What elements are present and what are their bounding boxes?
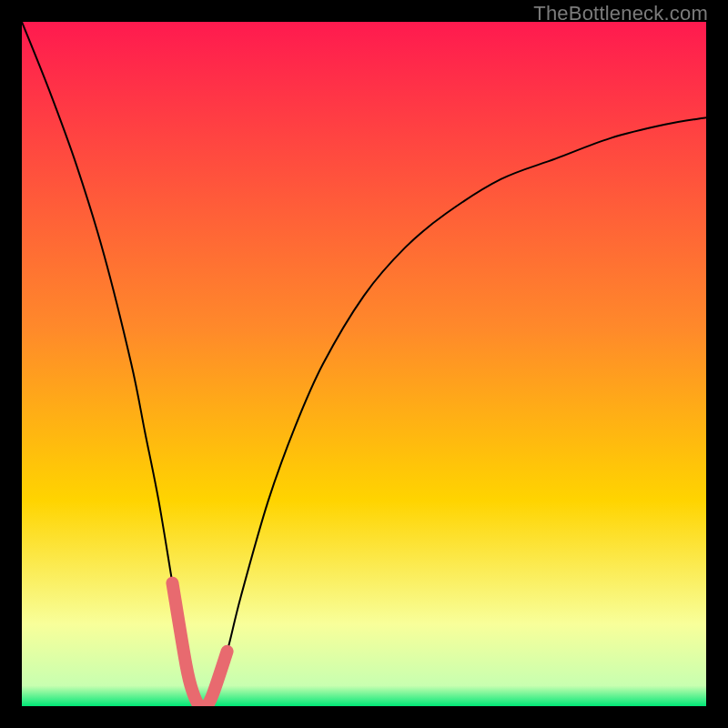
gradient-background bbox=[22, 22, 706, 706]
chart-frame bbox=[22, 22, 706, 706]
watermark-text: TheBottleneck.com bbox=[533, 2, 708, 25]
bottleneck-plot bbox=[22, 22, 706, 706]
